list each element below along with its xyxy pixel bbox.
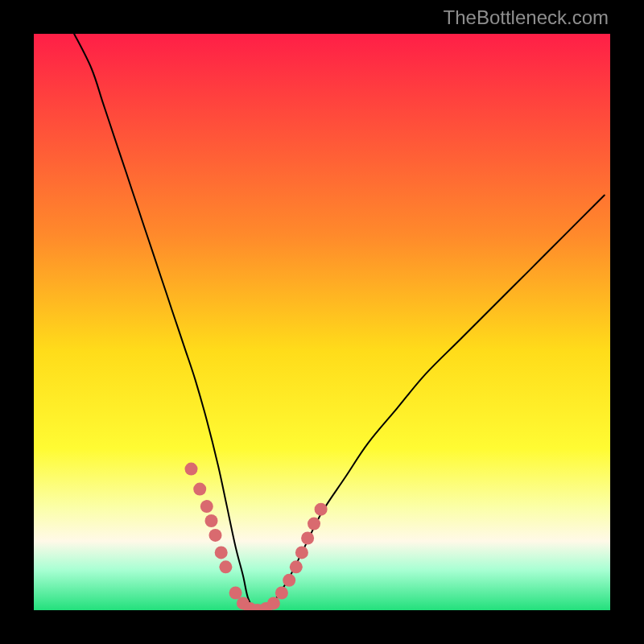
bottleneck-curve bbox=[74, 34, 605, 610]
marker-dot bbox=[283, 574, 295, 587]
marker-dot bbox=[209, 529, 222, 542]
marker-dot bbox=[275, 587, 288, 600]
plot-area bbox=[34, 34, 610, 610]
marker-dot bbox=[301, 532, 314, 545]
marker-dot bbox=[205, 514, 218, 527]
marker-dot bbox=[267, 597, 280, 609]
marker-dot bbox=[229, 587, 242, 600]
marker-dot bbox=[200, 500, 213, 513]
marker-dot bbox=[215, 546, 228, 559]
marker-dot bbox=[219, 560, 232, 573]
marker-group bbox=[185, 463, 328, 610]
marker-dot bbox=[193, 483, 206, 496]
marker-dot bbox=[308, 518, 320, 530]
marker-dot bbox=[315, 503, 328, 516]
marker-dot bbox=[295, 546, 308, 559]
marker-dot bbox=[290, 560, 303, 573]
chart-frame: TheBottleneck.com bbox=[0, 0, 644, 644]
watermark-text: TheBottleneck.com bbox=[444, 6, 609, 29]
marker-dot bbox=[185, 463, 198, 476]
curve-layer bbox=[34, 34, 610, 610]
